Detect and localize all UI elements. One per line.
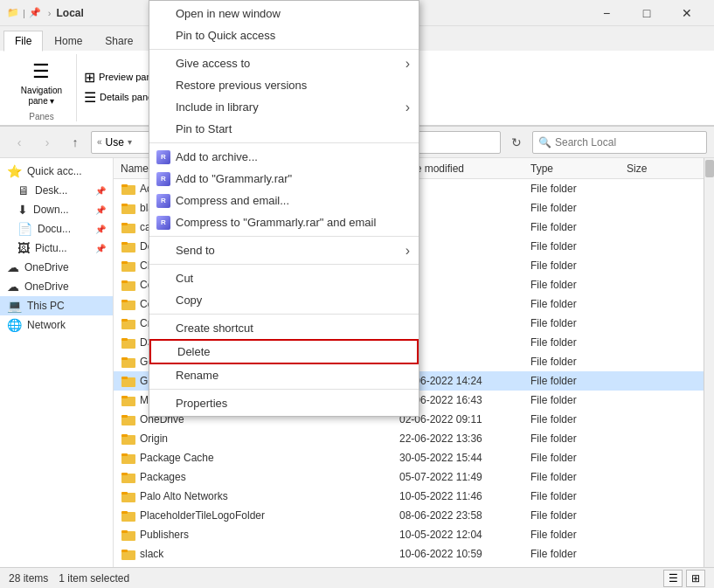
folder-icon	[121, 469, 136, 485]
file-row[interactable]: Publishers 10-05-2022 12:04 File folder	[114, 525, 704, 544]
title-bar-controls: − □ ✕	[586, 0, 707, 26]
details-pane-button[interactable]: ☰ Details pane	[84, 89, 157, 106]
folder-icon	[121, 296, 136, 312]
file-row[interactable]: slack 10-06-2022 10:59 File folder	[114, 544, 704, 564]
address-dropdown-icon[interactable]: ▾	[128, 137, 132, 147]
ctx-menu-item[interactable]: Send to	[149, 239, 419, 261]
ctx-menu-item[interactable]: Copy	[149, 289, 419, 311]
file-type-cell: File folder	[530, 375, 627, 387]
svg-rect-23	[121, 300, 128, 302]
scrollbar[interactable]	[704, 158, 714, 575]
desktop-pin: 📌	[95, 186, 106, 196]
minimize-button[interactable]: −	[586, 0, 627, 26]
ctx-menu-item[interactable]: RCompress to "Grammarly.rar" and email	[149, 211, 419, 233]
panes-label: Panes	[29, 110, 53, 121]
file-row[interactable]: Packages 05-07-2022 11:49 File folder	[114, 467, 704, 487]
file-row[interactable]: Origin 22-06-2022 13:36 File folder	[114, 429, 704, 448]
file-row[interactable]: PlaceholderTileLogoFolder 08-06-2022 23:…	[114, 506, 704, 525]
title-bar-left: 📁 | 📌 › Local	[7, 7, 84, 19]
details-pane-icon: ☰	[84, 89, 96, 106]
refresh-button[interactable]: ↻	[504, 130, 529, 155]
ctx-menu-item[interactable]: Give access to	[149, 52, 419, 74]
ctx-menu-item[interactable]: RAdd to archive...	[149, 146, 419, 168]
maximize-button[interactable]: □	[627, 0, 667, 26]
file-row[interactable]: Palo Alto Networks 10-05-2022 11:46 File…	[114, 487, 704, 506]
svg-rect-27	[121, 338, 128, 341]
network-icon: 🌐	[7, 318, 22, 332]
forward-button[interactable]: ›	[35, 130, 59, 155]
scrollbar-thumb[interactable]	[705, 160, 714, 177]
sidebar: ⭐ Quick acc... 🖥 Desk... 📌 ⬇ Down... 📌 📄…	[0, 158, 114, 575]
ctx-menu-item[interactable]: Cut	[149, 267, 419, 289]
sidebar-item-this-pc[interactable]: 💻 This PC	[0, 296, 113, 315]
ctx-item-label: Pin to Quick access	[176, 29, 275, 42]
ctx-menu-item[interactable]: Rename	[149, 364, 419, 386]
file-type-cell: File folder	[530, 202, 627, 214]
ribbon-section-navigation: ☰ Navigationpane ▾ Panes	[7, 54, 77, 121]
network-label: Network	[27, 319, 66, 331]
ctx-item-label: Rename	[176, 369, 218, 382]
sidebar-item-quick-access[interactable]: ⭐ Quick acc...	[0, 162, 113, 181]
desktop-icon: 🖥	[17, 183, 30, 197]
search-input[interactable]	[555, 136, 701, 149]
folder-icon	[121, 488, 136, 504]
file-name-cell: Palo Alto Networks	[121, 488, 399, 504]
ctx-menu-item[interactable]: Open in new window	[149, 3, 419, 24]
file-date-cell: 10-06-2022 10:59	[399, 548, 530, 560]
folder-icon	[121, 508, 136, 523]
file-type-cell: File folder	[530, 259, 627, 272]
file-type-cell: File folder	[530, 394, 627, 406]
svg-rect-29	[121, 357, 128, 360]
folder-icon	[121, 277, 136, 293]
close-button[interactable]: ✕	[667, 0, 707, 26]
status-bar: 28 items 1 item selected ☰ ⊞	[0, 567, 714, 588]
ctx-menu-item[interactable]: Restore previous versions	[149, 74, 419, 96]
ctx-item-label: Properties	[176, 397, 227, 410]
svg-rect-19	[121, 261, 128, 264]
svg-rect-43	[121, 492, 128, 495]
sidebar-item-downloads[interactable]: ⬇ Down... 📌	[0, 200, 113, 219]
file-type-cell: File folder	[530, 221, 627, 233]
sidebar-item-network[interactable]: 🌐 Network	[0, 315, 113, 335]
folder-icon	[121, 392, 136, 408]
sidebar-item-documents[interactable]: 📄 Docu... 📌	[0, 219, 113, 239]
file-row[interactable]: Package Cache 30-05-2022 15:44 File fold…	[114, 448, 704, 467]
sidebar-item-onedrive1[interactable]: ☁ OneDrive	[0, 258, 113, 277]
winrar-icon: R	[156, 172, 170, 186]
file-name-cell: PlaceholderTileLogoFolder	[121, 508, 399, 523]
sidebar-item-desktop[interactable]: 🖥 Desk... 📌	[0, 181, 113, 200]
ctx-menu-item[interactable]: Include in library	[149, 96, 419, 118]
status-left: 28 items 1 item selected	[9, 572, 129, 585]
details-view-button[interactable]: ☰	[663, 570, 683, 587]
tab-file[interactable]: File	[3, 31, 43, 52]
ctx-menu-item[interactable]: RAdd to "Grammarly.rar"	[149, 168, 419, 190]
up-button[interactable]: ↑	[63, 130, 87, 155]
ctx-menu-item[interactable]: Pin to Start	[149, 118, 419, 140]
ctx-menu-item[interactable]: Properties	[149, 392, 419, 414]
file-type-cell: File folder	[530, 240, 627, 252]
back-button[interactable]: ‹	[7, 130, 31, 155]
header-size: Size	[627, 163, 697, 175]
sidebar-item-pictures[interactable]: 🖼 Pictu... 📌	[0, 239, 113, 258]
file-date-cell: 10-05-2022 12:04	[399, 529, 530, 541]
ctx-item-label: Cut	[176, 272, 193, 285]
item-count: 28 items	[9, 572, 48, 585]
file-type-cell: File folder	[530, 529, 627, 541]
ctx-menu-item[interactable]: RCompress and email...	[149, 190, 419, 211]
navigation-pane-button[interactable]: ☰ Navigationpane ▾	[17, 54, 66, 110]
large-icons-button[interactable]: ⊞	[686, 570, 705, 587]
ctx-menu-item[interactable]: Create shortcut	[149, 317, 419, 339]
folder-icon	[121, 219, 136, 235]
tab-home[interactable]: Home	[43, 31, 94, 51]
ctx-menu-item[interactable]: Pin to Quick access	[149, 24, 419, 46]
file-name-cell: Package Cache	[121, 450, 399, 466]
svg-rect-33	[121, 396, 128, 398]
ctx-menu-item[interactable]: Delete	[149, 339, 419, 364]
search-bar[interactable]: 🔍	[532, 131, 707, 154]
preview-pane-button[interactable]: ⊞ Preview pane	[84, 69, 157, 86]
winrar-icon: R	[156, 150, 170, 164]
tab-share[interactable]: Share	[94, 31, 144, 51]
sidebar-item-onedrive2[interactable]: ☁ OneDrive	[0, 277, 113, 296]
quick-access-label: Quick acc...	[27, 165, 82, 177]
svg-rect-45	[121, 511, 128, 514]
